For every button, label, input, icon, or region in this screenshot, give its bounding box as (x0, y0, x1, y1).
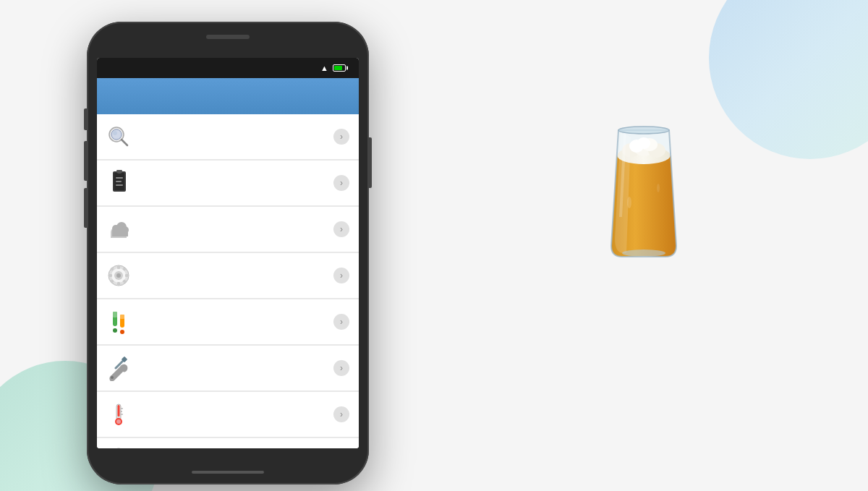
svg-point-35 (120, 330, 124, 334)
svg-rect-17 (112, 230, 128, 236)
arrow-circle-icon: › (333, 314, 349, 330)
svg-point-61 (657, 184, 660, 192)
svg-point-21 (116, 273, 121, 278)
phone-button-volume-down (84, 188, 87, 228)
profiles-arrow: › (333, 267, 350, 284)
tools-text (140, 367, 333, 369)
svg-point-34 (113, 328, 117, 333)
my-recipes-arrow: › (333, 174, 350, 192)
phone-screen: ▲ (97, 58, 359, 448)
menu-item-ingredients[interactable]: › (97, 299, 359, 344)
tools-arrow: › (333, 359, 350, 377)
battery-icon (333, 64, 346, 72)
unit-converters-arrow: › (333, 406, 350, 423)
arrow-circle-icon: › (333, 406, 349, 422)
app-header (97, 78, 359, 114)
svg-rect-23 (117, 282, 120, 286)
phone-device: ▲ (87, 22, 369, 484)
cloud-recipes-text (140, 229, 333, 230)
phone-body: ▲ (87, 22, 369, 484)
phone-button-volume-silent (84, 108, 87, 130)
profiles-text (140, 275, 333, 276)
phone-button-volume-up (84, 141, 87, 181)
menu-item-options[interactable]: › (97, 438, 359, 448)
svg-rect-24 (109, 274, 112, 277)
ingredients-text (140, 321, 333, 323)
find-recipes-arrow: › (333, 128, 350, 145)
unit-converters-text (140, 414, 333, 415)
status-bar: ▲ (97, 58, 359, 78)
menu-item-unit-converters[interactable]: › (97, 392, 359, 437)
svg-rect-7 (116, 177, 123, 179)
svg-rect-33 (120, 315, 124, 319)
cloud-recipes-arrow: › (333, 221, 350, 238)
signal-bars-icon: ▲ (320, 64, 328, 72)
phone-button-power (369, 137, 372, 188)
menu-item-find-recipes[interactable]: › (97, 114, 359, 159)
my-recipes-text (140, 182, 333, 184)
svg-point-56 (637, 137, 650, 149)
ingredients-arrow: › (333, 313, 350, 330)
beer-glass (600, 108, 687, 268)
profiles-icon (106, 262, 132, 289)
options-icon (106, 444, 132, 448)
battery-fill (334, 66, 342, 70)
arrow-circle-icon: › (333, 175, 349, 191)
svg-point-60 (627, 197, 631, 208)
svg-rect-40 (118, 405, 120, 417)
cloud-recipes-icon (106, 216, 132, 242)
arrow-circle-icon: › (333, 360, 349, 376)
svg-rect-8 (116, 181, 122, 182)
arrow-circle-icon: › (333, 129, 349, 145)
arrow-circle-icon: › (333, 221, 349, 237)
svg-rect-31 (113, 312, 117, 317)
phone-home-bar (192, 471, 264, 474)
menu-item-tools[interactable]: › (97, 346, 359, 390)
ingredients-icon (106, 309, 132, 335)
phone-speaker (206, 35, 250, 39)
svg-point-59 (622, 249, 665, 257)
arrow-circle-icon: › (333, 268, 349, 283)
tools-icon (106, 355, 132, 381)
svg-point-42 (116, 419, 121, 424)
svg-line-3 (122, 140, 127, 145)
menu-item-cloud-recipes[interactable]: › (97, 207, 359, 252)
find-recipes-text (140, 136, 333, 137)
svg-rect-22 (117, 265, 120, 269)
svg-rect-9 (116, 184, 123, 186)
menu-item-profiles[interactable]: › (97, 253, 359, 298)
menu-item-my-recipes[interactable]: › (97, 161, 359, 205)
find-recipes-icon (106, 124, 132, 150)
svg-rect-25 (125, 274, 129, 277)
my-recipes-icon (106, 170, 132, 196)
svg-point-36 (111, 376, 114, 379)
menu-list: › (97, 114, 359, 448)
unit-converters-icon (106, 401, 132, 427)
svg-point-2 (113, 131, 117, 135)
